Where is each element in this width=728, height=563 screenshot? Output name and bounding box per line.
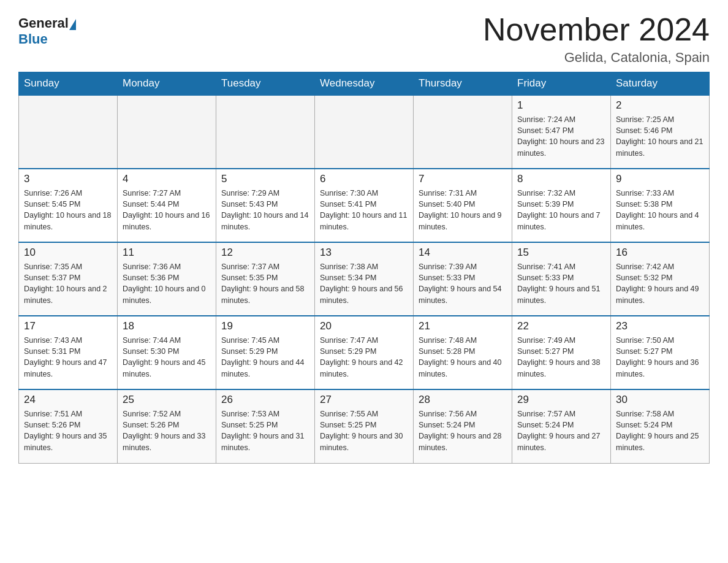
column-header-thursday: Thursday	[414, 72, 512, 96]
day-info: Sunrise: 7:35 AMSunset: 5:37 PMDaylight:…	[24, 261, 112, 306]
day-info: Sunrise: 7:52 AMSunset: 5:26 PMDaylight:…	[123, 408, 211, 453]
day-info: Sunrise: 7:25 AMSunset: 5:46 PMDaylight:…	[616, 114, 704, 159]
day-info: Sunrise: 7:27 AMSunset: 5:44 PMDaylight:…	[123, 188, 211, 232]
calendar-week-row: 10Sunrise: 7:35 AMSunset: 5:37 PMDayligh…	[19, 242, 710, 316]
day-number: 25	[123, 394, 211, 406]
day-info: Sunrise: 7:56 AMSunset: 5:24 PMDaylight:…	[419, 408, 507, 453]
day-number: 13	[320, 247, 408, 259]
calendar-table: SundayMondayTuesdayWednesdayThursdayFrid…	[18, 72, 710, 464]
day-info: Sunrise: 7:53 AMSunset: 5:25 PMDaylight:…	[221, 408, 309, 453]
day-info: Sunrise: 7:43 AMSunset: 5:31 PMDaylight:…	[24, 335, 112, 380]
calendar-cell: 17Sunrise: 7:43 AMSunset: 5:31 PMDayligh…	[19, 316, 118, 389]
day-info: Sunrise: 7:58 AMSunset: 5:24 PMDaylight:…	[616, 408, 704, 453]
calendar-cell: 28Sunrise: 7:56 AMSunset: 5:24 PMDayligh…	[414, 389, 512, 463]
day-number: 27	[320, 394, 408, 406]
column-header-saturday: Saturday	[611, 72, 710, 96]
column-header-tuesday: Tuesday	[216, 72, 315, 96]
calendar-week-row: 1Sunrise: 7:24 AMSunset: 5:47 PMDaylight…	[19, 95, 710, 169]
calendar-cell: 11Sunrise: 7:36 AMSunset: 5:36 PMDayligh…	[118, 242, 216, 316]
day-info: Sunrise: 7:37 AMSunset: 5:35 PMDaylight:…	[221, 261, 309, 306]
calendar-header-row: SundayMondayTuesdayWednesdayThursdayFrid…	[19, 72, 710, 96]
calendar-subtitle: Gelida, Catalonia, Spain	[483, 50, 710, 66]
calendar-cell: 14Sunrise: 7:39 AMSunset: 5:33 PMDayligh…	[414, 242, 512, 316]
calendar-cell: 4Sunrise: 7:27 AMSunset: 5:44 PMDaylight…	[118, 169, 216, 242]
day-number: 10	[24, 247, 112, 259]
calendar-week-row: 17Sunrise: 7:43 AMSunset: 5:31 PMDayligh…	[19, 316, 710, 389]
logo-general-text: General	[18, 15, 69, 31]
column-header-wednesday: Wednesday	[315, 72, 414, 96]
calendar-cell: 8Sunrise: 7:32 AMSunset: 5:39 PMDaylight…	[512, 169, 611, 242]
column-header-friday: Friday	[512, 72, 611, 96]
day-info: Sunrise: 7:38 AMSunset: 5:34 PMDaylight:…	[320, 261, 408, 306]
calendar-cell: 1Sunrise: 7:24 AMSunset: 5:47 PMDaylight…	[512, 95, 611, 169]
day-info: Sunrise: 7:26 AMSunset: 5:45 PMDaylight:…	[24, 188, 112, 232]
calendar-week-row: 24Sunrise: 7:51 AMSunset: 5:26 PMDayligh…	[19, 389, 710, 463]
calendar-cell: 10Sunrise: 7:35 AMSunset: 5:37 PMDayligh…	[19, 242, 118, 316]
day-info: Sunrise: 7:32 AMSunset: 5:39 PMDaylight:…	[517, 188, 605, 232]
day-number: 8	[517, 173, 605, 185]
day-number: 4	[123, 173, 211, 185]
day-info: Sunrise: 7:31 AMSunset: 5:40 PMDaylight:…	[419, 188, 507, 232]
day-number: 26	[221, 394, 309, 406]
day-number: 28	[419, 394, 507, 406]
calendar-cell: 3Sunrise: 7:26 AMSunset: 5:45 PMDaylight…	[19, 169, 118, 242]
day-info: Sunrise: 7:44 AMSunset: 5:30 PMDaylight:…	[123, 335, 211, 380]
day-info: Sunrise: 7:55 AMSunset: 5:25 PMDaylight:…	[320, 408, 408, 453]
day-info: Sunrise: 7:36 AMSunset: 5:36 PMDaylight:…	[123, 261, 211, 306]
calendar-cell: 23Sunrise: 7:50 AMSunset: 5:27 PMDayligh…	[611, 316, 710, 389]
day-number: 12	[221, 247, 309, 259]
day-number: 9	[616, 173, 704, 185]
calendar-cell: 20Sunrise: 7:47 AMSunset: 5:29 PMDayligh…	[315, 316, 414, 389]
calendar-cell: 5Sunrise: 7:29 AMSunset: 5:43 PMDaylight…	[216, 169, 315, 242]
day-number: 19	[221, 320, 309, 332]
calendar-cell	[315, 95, 414, 169]
calendar-title: November 2024	[483, 12, 710, 47]
day-info: Sunrise: 7:51 AMSunset: 5:26 PMDaylight:…	[24, 408, 112, 453]
calendar-cell: 24Sunrise: 7:51 AMSunset: 5:26 PMDayligh…	[19, 389, 118, 463]
day-number: 11	[123, 247, 211, 259]
day-info: Sunrise: 7:41 AMSunset: 5:33 PMDaylight:…	[517, 261, 605, 306]
day-number: 30	[616, 394, 704, 406]
calendar-cell	[118, 95, 216, 169]
day-info: Sunrise: 7:29 AMSunset: 5:43 PMDaylight:…	[221, 188, 309, 232]
calendar-cell	[414, 95, 512, 169]
day-number: 2	[616, 99, 704, 112]
calendar-cell: 9Sunrise: 7:33 AMSunset: 5:38 PMDaylight…	[611, 169, 710, 242]
day-number: 3	[24, 173, 112, 185]
calendar-cell: 19Sunrise: 7:45 AMSunset: 5:29 PMDayligh…	[216, 316, 315, 389]
day-number: 24	[24, 394, 112, 406]
calendar-cell: 12Sunrise: 7:37 AMSunset: 5:35 PMDayligh…	[216, 242, 315, 316]
day-number: 5	[221, 173, 309, 185]
day-number: 29	[517, 394, 605, 406]
day-number: 23	[616, 320, 704, 332]
day-info: Sunrise: 7:42 AMSunset: 5:32 PMDaylight:…	[616, 261, 704, 306]
day-number: 20	[320, 320, 408, 332]
column-header-sunday: Sunday	[19, 72, 118, 96]
day-info: Sunrise: 7:48 AMSunset: 5:28 PMDaylight:…	[419, 335, 507, 380]
day-info: Sunrise: 7:50 AMSunset: 5:27 PMDaylight:…	[616, 335, 704, 380]
calendar-cell: 25Sunrise: 7:52 AMSunset: 5:26 PMDayligh…	[118, 389, 216, 463]
column-header-monday: Monday	[118, 72, 216, 96]
logo-blue-text: Blue	[18, 31, 48, 47]
logo: General Blue	[18, 12, 77, 47]
calendar-cell: 18Sunrise: 7:44 AMSunset: 5:30 PMDayligh…	[118, 316, 216, 389]
day-number: 1	[517, 99, 605, 112]
calendar-week-row: 3Sunrise: 7:26 AMSunset: 5:45 PMDaylight…	[19, 169, 710, 242]
page-header: General Blue November 2024 Gelida, Catal…	[18, 12, 710, 66]
day-info: Sunrise: 7:30 AMSunset: 5:41 PMDaylight:…	[320, 188, 408, 232]
day-number: 14	[419, 247, 507, 259]
calendar-cell: 29Sunrise: 7:57 AMSunset: 5:24 PMDayligh…	[512, 389, 611, 463]
day-number: 16	[616, 247, 704, 259]
day-number: 7	[419, 173, 507, 185]
calendar-cell: 7Sunrise: 7:31 AMSunset: 5:40 PMDaylight…	[414, 169, 512, 242]
day-number: 17	[24, 320, 112, 332]
day-number: 22	[517, 320, 605, 332]
day-info: Sunrise: 7:49 AMSunset: 5:27 PMDaylight:…	[517, 335, 605, 380]
day-number: 18	[123, 320, 211, 332]
calendar-cell: 16Sunrise: 7:42 AMSunset: 5:32 PMDayligh…	[611, 242, 710, 316]
calendar-cell: 15Sunrise: 7:41 AMSunset: 5:33 PMDayligh…	[512, 242, 611, 316]
day-number: 6	[320, 173, 408, 185]
calendar-cell	[216, 95, 315, 169]
day-info: Sunrise: 7:39 AMSunset: 5:33 PMDaylight:…	[419, 261, 507, 306]
calendar-cell: 26Sunrise: 7:53 AMSunset: 5:25 PMDayligh…	[216, 389, 315, 463]
